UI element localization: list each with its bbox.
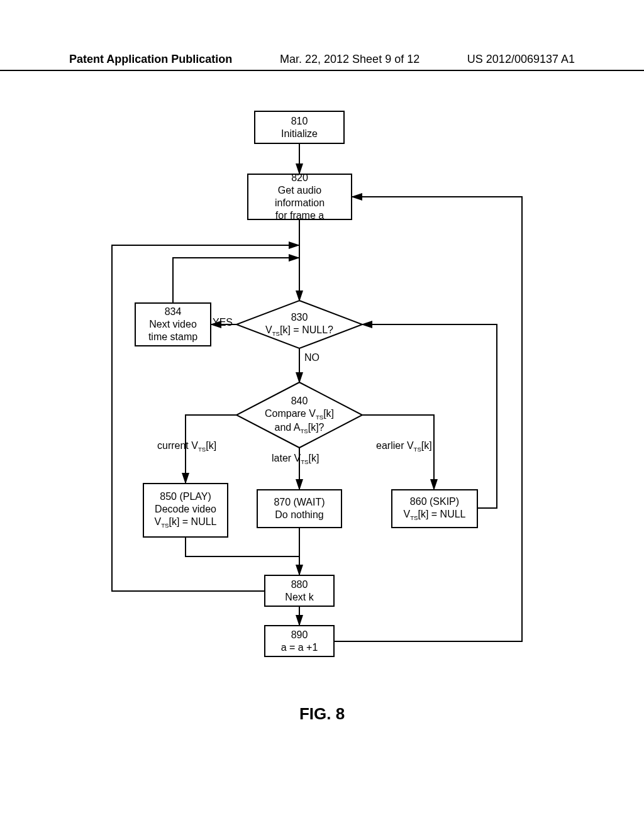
node-840-diamond: 840 Compare VTS[k] and ATS[k]? bbox=[249, 395, 350, 435]
node-text: VTS[k] = NULL bbox=[404, 508, 466, 522]
node-880-next-k: 880 Next k bbox=[264, 575, 335, 607]
node-870-wait: 870 (WAIT) Do nothing bbox=[257, 489, 342, 528]
node-text: Next k bbox=[285, 591, 313, 604]
label-yes: YES bbox=[213, 317, 233, 328]
node-num: 870 (WAIT) bbox=[274, 496, 325, 509]
label-no: NO bbox=[304, 352, 319, 363]
node-text: Compare VTS[k] bbox=[265, 407, 334, 421]
node-num: 850 (PLAY) bbox=[160, 490, 211, 503]
node-text: a = a +1 bbox=[281, 641, 318, 654]
node-num: 830 bbox=[291, 311, 308, 324]
flowchart-canvas: 810 Initialize 820 Get audio information… bbox=[0, 0, 644, 830]
node-num: 820 bbox=[291, 172, 308, 184]
node-text: VTS[k] = NULL bbox=[155, 516, 217, 529]
node-num: 860 (SKIP) bbox=[410, 495, 459, 508]
node-text: VTS[k] = NULL? bbox=[265, 324, 333, 338]
node-text: for frame a bbox=[275, 209, 324, 222]
node-text: Decode video bbox=[155, 503, 216, 516]
label-earlier: earlier VTS[k] bbox=[376, 440, 432, 453]
node-820-get-audio: 820 Get audio information for frame a bbox=[247, 174, 352, 220]
node-850-play: 850 (PLAY) Decode video VTS[k] = NULL bbox=[143, 483, 228, 538]
node-860-skip: 860 (SKIP) VTS[k] = NULL bbox=[391, 489, 478, 528]
node-text: Next video bbox=[149, 318, 197, 331]
node-text: Get audio information bbox=[252, 184, 347, 209]
node-text: Initialize bbox=[281, 128, 318, 140]
node-num: 810 bbox=[291, 115, 308, 128]
label-current: current VTS[k] bbox=[157, 440, 216, 453]
node-num: 880 bbox=[291, 578, 308, 591]
node-num: 834 bbox=[165, 306, 182, 318]
node-830-diamond: 830 VTS[k] = NULL? bbox=[249, 309, 350, 340]
figure-caption: FIG. 8 bbox=[0, 704, 644, 724]
node-num: 840 bbox=[291, 395, 308, 407]
node-810-initialize: 810 Initialize bbox=[254, 111, 345, 144]
label-later: later VTS[k] bbox=[272, 453, 319, 465]
node-890-increment-a: 890 a = a +1 bbox=[264, 625, 335, 657]
node-text: time stamp bbox=[148, 331, 197, 343]
node-text: and ATS[k]? bbox=[275, 421, 325, 435]
node-text: Do nothing bbox=[275, 509, 323, 521]
node-834-next-video-ts: 834 Next video time stamp bbox=[135, 302, 211, 346]
node-num: 890 bbox=[291, 629, 308, 641]
